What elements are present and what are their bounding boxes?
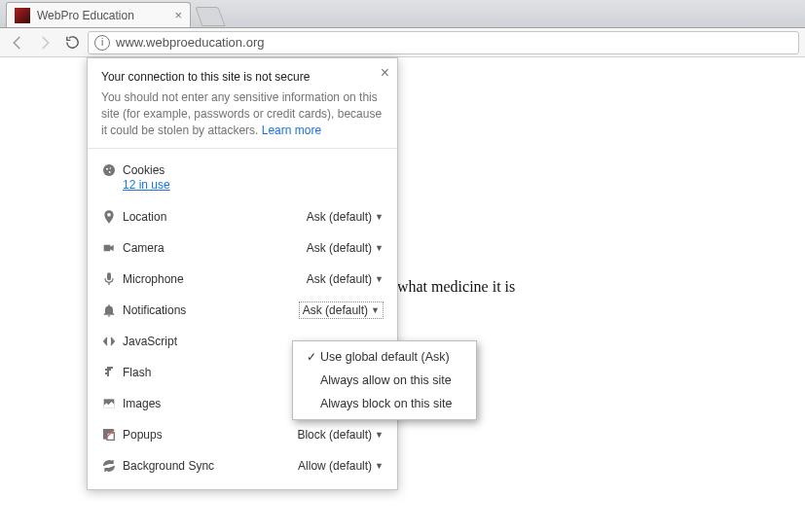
javascript-icon <box>101 334 123 349</box>
dropdown-option-label: Use global default (Ask) <box>320 350 450 364</box>
caret-icon: ▼ <box>375 461 384 471</box>
perm-label: Images <box>123 397 298 410</box>
cookies-row[interactable]: Cookies <box>88 157 397 178</box>
popover-close-icon[interactable]: × <box>381 64 389 82</box>
check-icon: ✓ <box>303 350 320 364</box>
back-button[interactable] <box>6 31 29 54</box>
dropdown-option-default[interactable]: ✓ Use global default (Ask) <box>293 345 476 369</box>
cookies-in-use-link[interactable]: 12 in use <box>123 178 170 192</box>
bell-icon <box>101 302 123 318</box>
browser-tab[interactable]: WebPro Education × <box>6 2 191 27</box>
perm-row-bgsync: Background Sync Allow (default)▼ <box>88 450 397 481</box>
caret-icon: ▼ <box>375 243 384 253</box>
tab-strip: WebPro Education × <box>0 0 805 28</box>
tab-favicon <box>15 8 30 23</box>
perm-value-bgsync[interactable]: Allow (default)▼ <box>298 459 384 473</box>
site-info-icon[interactable]: i <box>94 35 110 51</box>
address-bar[interactable]: i www.webproeducation.org <box>88 31 799 54</box>
images-icon <box>101 396 123 411</box>
microphone-icon <box>101 271 123 287</box>
svg-point-0 <box>103 164 115 176</box>
perm-row-camera: Camera Ask (default)▼ <box>88 232 397 264</box>
notifications-dropdown: ✓ Use global default (Ask) Always allow … <box>292 340 477 420</box>
cookie-icon <box>101 162 123 178</box>
perm-label: Background Sync <box>123 459 298 473</box>
dropdown-option-label: Always allow on this site <box>320 373 452 387</box>
perm-value-notifications[interactable]: Ask (default)▼ <box>299 301 384 319</box>
permission-list: Cookies 12 in use Location Ask (default)… <box>88 149 397 489</box>
perm-row-microphone: Microphone Ask (default)▼ <box>88 264 397 295</box>
tab-close-icon[interactable]: × <box>174 8 182 22</box>
dropdown-option-allow[interactable]: Always allow on this site <box>293 369 476 392</box>
caret-icon: ▼ <box>375 212 384 222</box>
perm-row-popups: Popups Block (default)▼ <box>88 419 397 450</box>
perm-row-notifications: Notifications Ask (default)▼ <box>88 295 397 326</box>
learn-more-link[interactable]: Learn more <box>262 124 321 137</box>
dropdown-option-block[interactable]: Always block on this site <box>293 392 476 415</box>
perm-label: Microphone <box>123 272 307 286</box>
tab-title: WebPro Education <box>37 9 167 22</box>
perm-value-microphone[interactable]: Ask (default)▼ <box>307 272 384 286</box>
reload-button[interactable] <box>60 31 84 54</box>
forward-button[interactable] <box>33 31 56 54</box>
url-text: www.webproeducation.org <box>116 35 264 50</box>
cookies-label: Cookies <box>123 163 384 177</box>
dropdown-option-label: Always block on this site <box>320 397 452 410</box>
location-icon <box>101 209 123 225</box>
caret-icon: ▼ <box>371 305 380 315</box>
perm-row-location: Location Ask (default)▼ <box>88 201 397 232</box>
svg-point-1 <box>106 168 108 170</box>
svg-point-2 <box>110 168 112 170</box>
perm-label: Location <box>123 210 307 224</box>
perm-value-popups[interactable]: Block (default)▼ <box>297 428 384 442</box>
perm-value-location[interactable]: Ask (default)▼ <box>307 210 384 224</box>
sync-icon <box>101 458 123 474</box>
popups-icon <box>101 427 123 443</box>
new-tab-button[interactable] <box>195 7 225 26</box>
perm-label: Camera <box>123 241 307 255</box>
perm-label: Popups <box>123 428 297 442</box>
site-info-popover: × Your connection to this site is not se… <box>87 57 398 490</box>
svg-point-3 <box>109 171 111 173</box>
security-description: You should not enter any sensitive infor… <box>101 89 384 138</box>
caret-icon: ▼ <box>375 274 384 284</box>
toolbar: i www.webproeducation.org <box>0 28 805 57</box>
content-area: WebPro Education Tools and Software post… <box>0 57 805 532</box>
flash-icon <box>101 365 123 380</box>
caret-icon: ▼ <box>375 430 384 440</box>
perm-label: Notifications <box>123 303 299 317</box>
perm-value-camera[interactable]: Ask (default)▼ <box>307 241 384 255</box>
camera-icon <box>101 240 123 256</box>
security-title: Your connection to this site is not secu… <box>101 70 384 84</box>
